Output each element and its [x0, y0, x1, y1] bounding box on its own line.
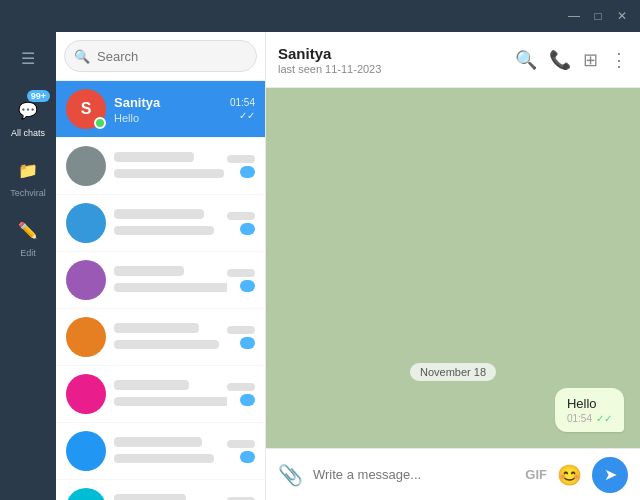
chat-preview-sanitya: Hello	[114, 112, 230, 124]
search-bar: 🔍	[56, 32, 265, 81]
chat-item-6[interactable]	[56, 366, 265, 423]
chat-info-5	[114, 323, 227, 352]
chat-info-3	[114, 209, 227, 238]
chat-area: Sanitya last seen 11-11-2023 🔍 📞 ⊞ ⋮ Nov…	[266, 32, 640, 500]
chat-meta-8	[227, 497, 255, 501]
all-chats-icon: 💬	[18, 101, 38, 120]
sidebar-item-all-chats[interactable]: 💬 99+ All chats	[0, 88, 56, 144]
chat-preview-3	[114, 226, 227, 238]
gif-button[interactable]: GIF	[525, 467, 547, 482]
close-button[interactable]: ✕	[612, 6, 632, 26]
double-check-1: ✓✓	[596, 413, 612, 424]
unread-badge-4	[240, 280, 255, 292]
minimize-button[interactable]: —	[564, 6, 584, 26]
chat-preview-6	[114, 397, 227, 409]
chat-meta-6	[227, 383, 255, 406]
chat-info-4	[114, 266, 227, 295]
chat-item-3[interactable]	[56, 195, 265, 252]
chat-header-name: Sanitya	[278, 45, 515, 62]
chat-header-icons: 🔍 📞 ⊞ ⋮	[515, 49, 628, 71]
main-layout: ☰ 💬 99+ All chats 📁 Techviral ✏️ Edit 🔍	[0, 32, 640, 500]
sidebar: ☰ 💬 99+ All chats 📁 Techviral ✏️ Edit	[0, 32, 56, 500]
messages-spacer	[282, 100, 624, 354]
chat-header-info: Sanitya last seen 11-11-2023	[278, 45, 515, 75]
search-button[interactable]: 🔍	[515, 49, 537, 71]
more-options-button[interactable]: ⋮	[610, 49, 628, 71]
avatar-4	[66, 260, 106, 300]
avatar-6	[66, 374, 106, 414]
chat-meta-3	[227, 212, 255, 235]
titlebar: — □ ✕	[0, 0, 640, 32]
avatar-sanitya: S	[66, 89, 106, 129]
hamburger-icon: ☰	[21, 49, 35, 68]
search-input[interactable]	[64, 40, 257, 72]
maximize-button[interactable]: □	[588, 6, 608, 26]
sidebar-item-techviral[interactable]: 📁 Techviral	[0, 148, 56, 204]
techviral-icon: 📁	[18, 161, 38, 180]
chat-name-sanitya: Sanitya	[114, 95, 230, 110]
chat-info-sanitya: Sanitya Hello	[114, 95, 230, 124]
send-button[interactable]: ➤	[592, 457, 628, 493]
attach-button[interactable]: 📎	[278, 463, 303, 487]
chat-name-8	[114, 494, 227, 501]
send-icon: ➤	[604, 465, 617, 484]
chat-item-4[interactable]	[56, 252, 265, 309]
chat-item-sanitya[interactable]: S Sanitya Hello 01:54 ✓✓	[56, 81, 265, 138]
unread-badge-5	[240, 337, 255, 349]
chat-footer: 📎 GIF 😊 ➤	[266, 448, 640, 500]
chat-preview-2	[114, 169, 227, 181]
chat-item-8[interactable]	[56, 480, 265, 500]
chat-preview-7	[114, 454, 227, 466]
all-chats-badge: 99+	[27, 90, 50, 102]
date-divider: November 18	[282, 362, 624, 380]
avatar-2	[66, 146, 106, 186]
avatar-3	[66, 203, 106, 243]
online-indicator	[94, 117, 106, 129]
chat-name-7	[114, 437, 227, 452]
unread-badge-3	[240, 223, 255, 235]
chat-list-panel: 🔍 S Sanitya Hello 01:54 ✓✓	[56, 32, 266, 500]
avatar-5	[66, 317, 106, 357]
message-time-1: 01:54	[567, 413, 592, 424]
message-text-1: Hello	[567, 396, 597, 411]
layout-button[interactable]: ⊞	[583, 49, 598, 71]
chat-list: S Sanitya Hello 01:54 ✓✓	[56, 81, 265, 500]
chat-name-2	[114, 152, 227, 167]
chat-messages: November 18 Hello 01:54 ✓✓	[266, 88, 640, 448]
chat-name-6	[114, 380, 227, 395]
sidebar-item-edit[interactable]: ✏️ Edit	[0, 208, 56, 264]
chat-time-sanitya: 01:54	[230, 97, 255, 108]
chat-meta-7	[227, 440, 255, 463]
all-chats-label: All chats	[11, 128, 45, 138]
chat-info-8	[114, 494, 227, 501]
call-button[interactable]: 📞	[549, 49, 571, 71]
message-input[interactable]	[313, 457, 515, 493]
chat-meta-4	[227, 269, 255, 292]
chat-item-2[interactable]	[56, 138, 265, 195]
message-bubble-1: Hello 01:54 ✓✓	[555, 388, 624, 432]
check-icon-sanitya: ✓✓	[239, 110, 255, 121]
chat-info-6	[114, 380, 227, 409]
chat-item-7[interactable]	[56, 423, 265, 480]
techviral-label: Techviral	[10, 188, 46, 198]
chat-header-status: last seen 11-11-2023	[278, 63, 515, 75]
all-chats-icon-wrap: 💬 99+	[12, 94, 44, 126]
chat-name-5	[114, 323, 227, 338]
edit-icon-wrap: ✏️	[12, 214, 44, 246]
unread-badge-6	[240, 394, 255, 406]
chat-header: Sanitya last seen 11-11-2023 🔍 📞 ⊞ ⋮	[266, 32, 640, 88]
emoji-button[interactable]: 😊	[557, 463, 582, 487]
edit-label: Edit	[20, 248, 36, 258]
chat-info-2	[114, 152, 227, 181]
edit-icon: ✏️	[18, 221, 38, 240]
message-meta-1: 01:54 ✓✓	[567, 413, 612, 424]
chat-name-3	[114, 209, 227, 224]
chat-name-4	[114, 266, 227, 281]
chat-preview-4	[114, 283, 227, 295]
search-wrap: 🔍	[64, 40, 257, 72]
hamburger-button[interactable]: ☰	[10, 40, 46, 76]
chat-meta-5	[227, 326, 255, 349]
unread-badge-7	[240, 451, 255, 463]
search-icon: 🔍	[74, 49, 90, 64]
chat-item-5[interactable]	[56, 309, 265, 366]
